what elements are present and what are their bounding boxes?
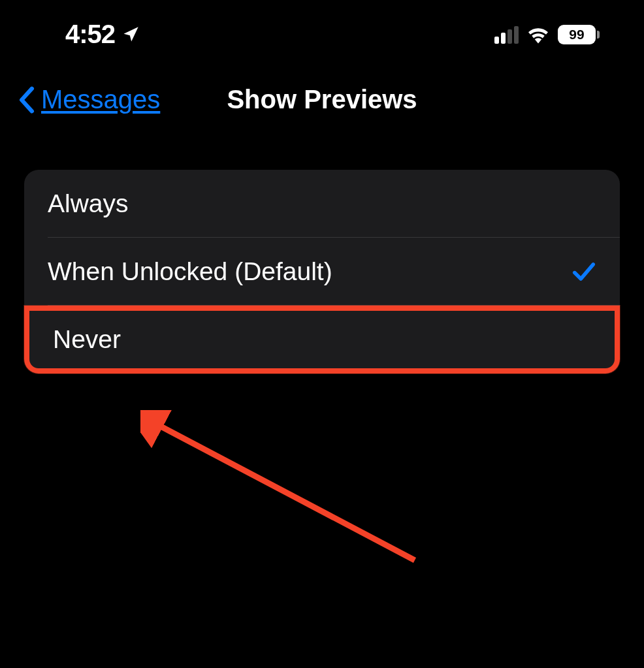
cellular-signal-icon (494, 25, 519, 44)
battery-indicator: 99 (558, 25, 600, 44)
option-label: Never (53, 325, 121, 354)
location-icon (121, 25, 140, 44)
checkmark-icon (572, 261, 596, 283)
nav-header: Messages Show Previews (0, 62, 644, 127)
battery-level: 99 (569, 27, 584, 42)
back-label: Messages (41, 85, 160, 114)
page-title: Show Previews (227, 85, 417, 114)
chevron-left-icon (16, 86, 37, 114)
status-left: 4:52 (65, 20, 140, 49)
status-time: 4:52 (65, 20, 115, 49)
svg-line-1 (152, 422, 415, 560)
status-bar: 4:52 99 (0, 0, 644, 62)
option-never[interactable]: Never (24, 306, 620, 374)
options-list: Always When Unlocked (Default) Never (24, 170, 620, 374)
back-button[interactable]: Messages (16, 85, 160, 114)
status-right: 99 (494, 25, 600, 44)
option-when-unlocked[interactable]: When Unlocked (Default) (24, 238, 620, 306)
option-always[interactable]: Always (24, 170, 620, 238)
option-label: Always (48, 189, 129, 218)
annotation-arrow (140, 410, 428, 573)
wifi-icon (526, 25, 550, 44)
option-label: When Unlocked (Default) (48, 257, 332, 286)
